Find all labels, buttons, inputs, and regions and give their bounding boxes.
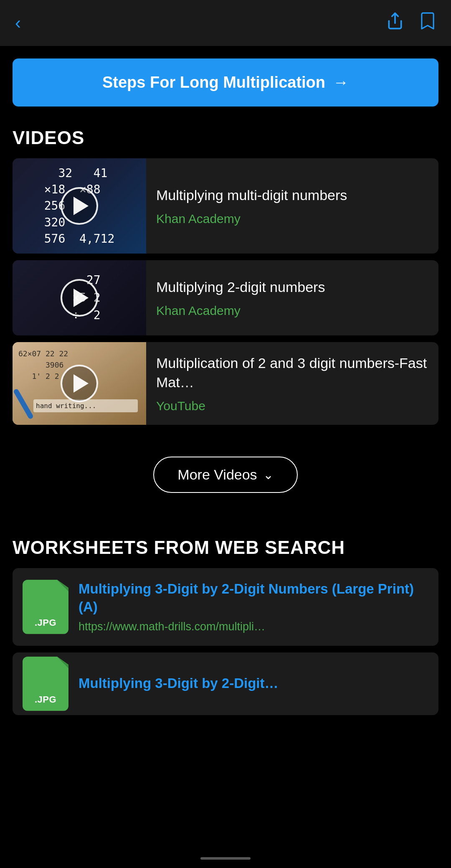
video-card-2[interactable]: 27 ×5 2 ÷ 2 Multiplying 2-digit numbers … — [13, 260, 438, 335]
video-title-3: Multiplication of 2 and 3 digit numbers-… — [156, 354, 428, 392]
worksheet-title-2: Multiplying 3-Digit by 2-Digit… — [79, 675, 428, 693]
video-info-2: Multiplying 2-digit numbers Khan Academy — [146, 260, 438, 335]
worksheets-section: WORKSHEETS FROM WEB SEARCH .JPG Multiply… — [0, 516, 451, 715]
play-button-2[interactable] — [61, 279, 98, 317]
worksheet-url-1: https://www.math-drills.com/multipli… — [79, 620, 428, 633]
bookmark-icon[interactable] — [419, 12, 436, 34]
play-triangle-1 — [73, 197, 89, 215]
worksheets-heading: WORKSHEETS FROM WEB SEARCH — [0, 516, 451, 568]
play-triangle-3 — [73, 374, 89, 393]
cta-button[interactable]: Steps For Long Multiplication → — [13, 58, 438, 107]
worksheet-title-1: Multiplying 3-Digit by 2-Digit Numbers (… — [79, 580, 428, 616]
play-button-3[interactable] — [61, 365, 98, 402]
video-card-1[interactable]: 32 41 ×18 ×88 256 320 576 4,712 Multiply… — [13, 158, 438, 254]
chevron-down-icon: ⌄ — [263, 467, 274, 482]
more-videos-button[interactable]: More Videos ⌄ — [153, 457, 297, 493]
video-title-1: Multiplying multi-digit numbers — [156, 186, 428, 205]
share-icon[interactable] — [386, 12, 404, 34]
video-info-3: Multiplication of 2 and 3 digit numbers-… — [146, 342, 438, 425]
worksheet-info-1: Multiplying 3-Digit by 2-Digit Numbers (… — [79, 580, 428, 633]
file-ext-1: .JPG — [35, 617, 56, 628]
top-bar: ‹ — [0, 0, 451, 46]
file-ext-2: .JPG — [35, 694, 56, 705]
video-thumbnail-3: 62×07 22 22 3906 1' 2 2 hand writing... — [13, 342, 146, 425]
cta-label: Steps For Long Multiplication — [102, 74, 325, 91]
file-icon-1: .JPG — [23, 580, 68, 634]
video-info-1: Multiplying multi-digit numbers Khan Aca… — [146, 158, 438, 254]
video-source-3: YouTube — [156, 399, 428, 413]
video-thumbnail-2: 27 ×5 2 ÷ 2 — [13, 260, 146, 335]
worksheet-list: .JPG Multiplying 3-Digit by 2-Digit Numb… — [0, 568, 451, 715]
play-button-1[interactable] — [61, 187, 98, 225]
video-title-2: Multiplying 2-digit numbers — [156, 278, 428, 297]
worksheet-card-1[interactable]: .JPG Multiplying 3-Digit by 2-Digit Numb… — [13, 568, 438, 646]
top-bar-actions — [386, 12, 436, 34]
video-card-3[interactable]: 62×07 22 22 3906 1' 2 2 hand writing... … — [13, 342, 438, 425]
worksheet-card-2[interactable]: .JPG Multiplying 3-Digit by 2-Digit… — [13, 652, 438, 715]
more-videos-label: More Videos — [177, 467, 257, 483]
video-thumbnail-1: 32 41 ×18 ×88 256 320 576 4,712 — [13, 158, 146, 254]
back-button[interactable]: ‹ — [15, 13, 21, 33]
play-triangle-2 — [73, 289, 89, 307]
cta-arrow: → — [333, 74, 349, 91]
bottom-indicator — [200, 857, 251, 860]
video-source-1: Khan Academy — [156, 212, 428, 226]
video-source-2: Khan Academy — [156, 304, 428, 318]
worksheet-info-2: Multiplying 3-Digit by 2-Digit… — [79, 675, 428, 693]
videos-heading: VIDEOS — [0, 107, 451, 158]
video-list: 32 41 ×18 ×88 256 320 576 4,712 Multiply… — [0, 158, 451, 425]
file-icon-2: .JPG — [23, 657, 68, 711]
